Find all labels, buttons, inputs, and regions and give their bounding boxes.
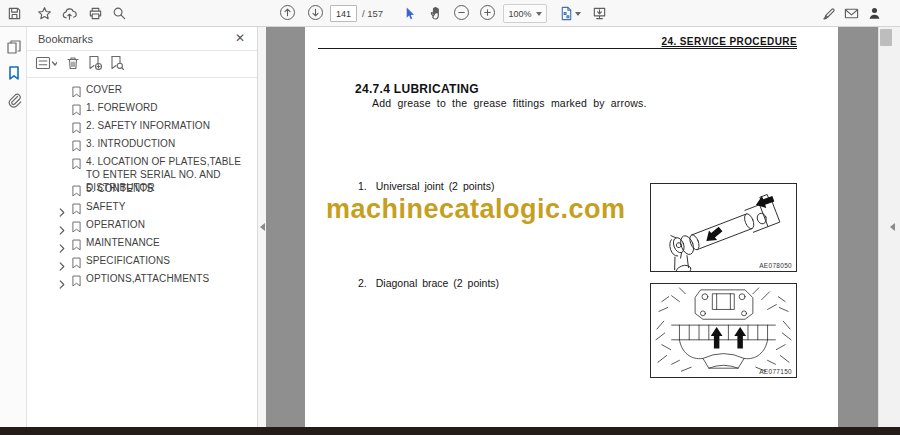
page-thumbnails-icon[interactable]	[6, 39, 22, 55]
bookmark-icon	[72, 255, 81, 273]
bookmark-item[interactable]: 5. CONTENTS	[59, 182, 249, 201]
save-icon[interactable]	[6, 5, 23, 22]
delete-bookmark-icon[interactable]	[65, 55, 83, 73]
bookmark-icon	[72, 102, 81, 120]
top-toolbar: / 157 100%	[0, 0, 900, 27]
section-body: Add grease to the grease fittings marked…	[372, 97, 647, 109]
bookmark-item[interactable]: 1. FOREWORD	[59, 101, 249, 120]
new-bookmark-icon[interactable]	[87, 55, 105, 73]
document-pane[interactable]: 24. SERVICE PROCEDURE 24.7.4 LUBRICATING…	[266, 27, 878, 427]
list-item: 1.Universal joint (2 points)	[358, 180, 494, 192]
bookmark-item[interactable]: COVER	[59, 83, 249, 102]
star-icon[interactable]	[36, 5, 53, 22]
find-bookmark-icon[interactable]	[109, 55, 127, 73]
next-page-icon[interactable]	[308, 5, 323, 20]
page-number-input[interactable]	[330, 5, 357, 22]
bookmark-icon	[72, 237, 81, 255]
zoom-level-value: 100%	[508, 9, 531, 19]
bookmark-icon	[72, 183, 81, 201]
bookmarks-panel-title: Bookmarks	[38, 33, 93, 45]
figure-label: AE077150	[759, 368, 792, 375]
previous-page-icon[interactable]	[280, 5, 295, 20]
bookmark-icon	[72, 138, 81, 156]
zoom-in-icon[interactable]	[480, 5, 495, 20]
bookmark-icon	[72, 273, 81, 291]
collapse-tools-icon[interactable]	[887, 218, 897, 236]
zoom-out-icon[interactable]	[454, 5, 469, 20]
bookmark-options-icon[interactable]	[35, 55, 61, 73]
mail-icon[interactable]	[843, 5, 860, 22]
zoom-level-dropdown[interactable]: 100%	[503, 4, 547, 23]
presentation-mode-icon[interactable]	[591, 5, 608, 22]
scrollbar[interactable]	[878, 27, 900, 427]
scrollbar-thumb[interactable]	[880, 29, 892, 46]
figure-label: AE078050	[759, 262, 792, 269]
navigation-rail	[0, 27, 27, 427]
pdf-page: 24. SERVICE PROCEDURE 24.7.4 LUBRICATING…	[305, 27, 838, 427]
panel-splitter[interactable]	[258, 27, 266, 427]
figure-diagonal-brace: AE077150	[650, 283, 797, 378]
page-header: 24. SERVICE PROCEDURE	[662, 36, 797, 47]
section-title: 24.7.4 LUBRICATING	[355, 82, 479, 96]
bookmark-icon	[72, 156, 81, 174]
collapse-panel-icon[interactable]	[258, 218, 266, 236]
close-icon[interactable]: ✕	[235, 31, 245, 45]
bookmark-item[interactable]: 2. SAFETY INFORMATION	[59, 119, 249, 138]
list-item: 2.Diagonal brace (2 points)	[358, 277, 499, 289]
bottom-edge-bar	[0, 427, 900, 435]
figure-universal-joint: AE078050	[650, 183, 797, 272]
bookmark-icon	[72, 201, 81, 219]
bookmark-item[interactable]: 3. INTRODUCTION	[59, 137, 249, 156]
chevron-down-icon[interactable]	[574, 5, 582, 22]
bookmark-icon	[72, 219, 81, 237]
print-icon[interactable]	[87, 5, 104, 22]
fill-sign-icon[interactable]	[821, 5, 838, 22]
bookmarks-icon[interactable]	[6, 65, 22, 81]
bookmarks-panel: Bookmarks ✕ COVER 1. FOREWORD 2. SAFETY …	[27, 27, 258, 427]
pdf-reader-window: / 157 100%	[0, 0, 900, 435]
bookmark-icon	[72, 84, 81, 102]
bookmark-icon	[72, 120, 81, 138]
header-rule	[318, 48, 797, 49]
page-display-icon[interactable]	[558, 5, 575, 22]
search-icon[interactable]	[111, 5, 128, 22]
select-tool-icon[interactable]	[401, 5, 418, 22]
account-icon[interactable]	[866, 5, 883, 22]
chevron-right-icon[interactable]	[59, 275, 67, 293]
watermark-text: machinecatalogic.com	[326, 194, 626, 225]
share-upload-icon[interactable]	[61, 5, 78, 22]
bookmark-item[interactable]: OPTIONS,ATTACHMENTS	[59, 272, 249, 293]
hand-tool-icon[interactable]	[427, 5, 444, 22]
chevron-down-icon	[536, 12, 542, 16]
attachments-icon[interactable]	[6, 92, 22, 108]
page-count-label: / 157	[362, 8, 383, 19]
